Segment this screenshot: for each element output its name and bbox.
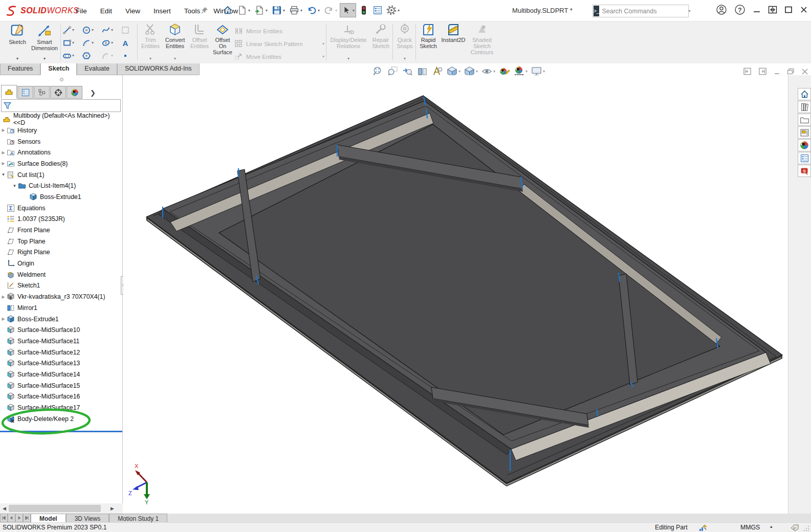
tree-item-midsurface17[interactable]: Surface-MidSurface17 <box>0 402 123 413</box>
expand-arrow[interactable]: ▶ <box>0 150 7 155</box>
tab-model[interactable]: Model <box>31 514 66 522</box>
expand-arrow[interactable]: ▶ <box>0 128 7 132</box>
tree-item-midsurface10[interactable]: Surface-MidSurface10 <box>0 324 123 336</box>
save-button[interactable]: ▾ <box>270 3 287 17</box>
menu-edit[interactable]: Edit <box>96 6 116 16</box>
restore-pane-icon[interactable] <box>787 68 795 75</box>
more-tabs-icon[interactable]: ❯ <box>90 89 96 99</box>
point-tool[interactable] <box>121 49 135 62</box>
print-button[interactable]: ▾ <box>288 3 304 17</box>
new-document-button[interactable]: ▾ <box>235 3 252 17</box>
undo-button[interactable]: ▾ <box>305 3 321 17</box>
home-tab-button[interactable] <box>798 88 811 100</box>
tree-item-boss-extrude1-child[interactable]: Boss-Extrude1 <box>0 191 123 203</box>
tree-item-equations[interactable]: Equations <box>0 203 123 214</box>
first-tab-icon[interactable] <box>0 514 8 522</box>
home-button[interactable] <box>221 3 234 17</box>
repair-sketch-button[interactable]: Repair Sketch <box>369 23 392 62</box>
tree-item-vkr-profile[interactable]: ▶Vkr-kvadratiska_r3 70X70X4(1) <box>0 291 123 302</box>
tree-item-midsurface11[interactable]: Surface-MidSurface11 <box>0 336 123 347</box>
offset-on-surface-button[interactable]: Offset On Surface <box>211 23 234 62</box>
sketch-button[interactable]: Sketch ▾ <box>4 23 31 62</box>
tree-horizontal-scrollbar[interactable]: ◀ ▶ <box>0 503 123 514</box>
circle-tool[interactable]: ▾ <box>82 24 101 36</box>
tree-item-midsurface14[interactable]: Surface-MidSurface14 <box>0 369 123 380</box>
file-explorer-button[interactable] <box>798 114 811 126</box>
tree-item-mirror1[interactable]: Mirror1 <box>0 302 123 314</box>
tab-property-manager[interactable] <box>17 86 33 99</box>
display-delete-relations-button[interactable]: Display/Delete Relations ▾ <box>328 23 369 62</box>
open-button[interactable]: ▾ <box>253 3 269 17</box>
tree-item-boss-extrude1[interactable]: ▶Boss-Extrude1 <box>0 314 123 325</box>
prev-tab-icon[interactable] <box>8 514 15 522</box>
menu-view[interactable]: View <box>121 6 144 16</box>
expand-arrow[interactable]: ▶ <box>0 317 7 321</box>
resize-grip[interactable] <box>803 525 810 532</box>
weldment-frame-model[interactable] <box>123 75 788 514</box>
scrollbar-thumb[interactable] <box>9 505 101 512</box>
tree-item-cut-list[interactable]: ▼Cut list(1) <box>0 169 123 181</box>
spline-tool[interactable]: ▾ <box>101 24 121 36</box>
units-selector[interactable]: MMGS <box>740 524 760 531</box>
search-dropdown-icon[interactable]: ▾ <box>686 9 692 13</box>
tab-dimxpert-manager[interactable] <box>50 86 66 99</box>
design-library-button[interactable] <box>798 101 811 113</box>
text-tool[interactable] <box>121 36 135 49</box>
tab-features[interactable]: Features <box>0 63 40 75</box>
polygon-tool[interactable] <box>82 49 101 62</box>
tab-motion-study-1[interactable]: Motion Study 1 <box>109 514 167 522</box>
minimize-icon[interactable] <box>753 6 761 14</box>
appearances-scenes-button[interactable] <box>798 139 811 151</box>
rapid-sketch-button[interactable]: Rapid Sketch <box>418 23 439 62</box>
tab-evaluate[interactable]: Evaluate <box>77 63 117 75</box>
tree-item-midsurface12[interactable]: Surface-MidSurface12 <box>0 347 123 358</box>
solidworks-forum-button[interactable] <box>798 165 811 177</box>
expand-arrow[interactable]: ▶ <box>0 161 7 166</box>
tab-solidworks-add-ins[interactable]: SOLIDWORKS Add-Ins <box>117 63 200 75</box>
tree-item-cut-list-item4[interactable]: ▼Cut-List-Item4(1) <box>0 180 123 191</box>
line-tool[interactable]: ▾ <box>62 24 82 36</box>
move-entities-button[interactable]: Move Entities ▾ <box>234 50 324 63</box>
panel-collapse-knob[interactable] <box>60 78 63 81</box>
help-icon[interactable] <box>734 4 746 15</box>
arc-tool[interactable]: ▾ <box>82 36 101 49</box>
options-button[interactable]: ▾ <box>385 3 401 17</box>
close-icon[interactable] <box>800 6 808 14</box>
mirror-entities-button[interactable]: Mirror Entities <box>234 25 324 37</box>
expand-arrow[interactable]: ▶ <box>0 295 7 299</box>
last-tab-icon[interactable] <box>23 514 31 522</box>
smart-dimension-dropdown-icon[interactable]: ▾ <box>43 56 46 62</box>
tab-display-manager[interactable] <box>67 86 82 99</box>
select-tool-button[interactable]: ▾ <box>340 3 356 17</box>
tree-item-sensors[interactable]: Sensors <box>0 136 123 147</box>
custom-properties-tag-icon[interactable] <box>791 524 799 531</box>
sketch-picture-tool[interactable] <box>121 24 135 36</box>
convert-entities-button[interactable]: Convert Entities ▾ <box>162 23 188 62</box>
shaded-sketch-contours-button[interactable]: Shaded Sketch Contours <box>468 23 496 62</box>
pin-menu-icon[interactable] <box>201 6 209 14</box>
rollback-bar[interactable] <box>0 431 122 432</box>
tree-item-top-plane[interactable]: Top Plane <box>0 236 123 247</box>
instant2d-button[interactable]: Instant2D <box>439 23 468 62</box>
fillet-tool[interactable]: ▾ <box>101 49 121 62</box>
tree-filter-bar[interactable] <box>1 99 121 112</box>
tree-item-origin[interactable]: Origin <box>0 258 123 269</box>
tree-item-history[interactable]: ▶History <box>0 125 123 136</box>
minimize-pane-icon[interactable] <box>774 68 780 75</box>
rectangle-tool[interactable]: ▾ <box>62 36 82 49</box>
next-pane-icon[interactable] <box>758 67 767 76</box>
file-properties-button[interactable] <box>371 4 384 17</box>
tree-item-midsurface13[interactable]: Surface-MidSurface13 <box>0 358 123 369</box>
expand-arrow[interactable]: ▼ <box>11 184 18 188</box>
units-dropdown-icon[interactable]: ▴ <box>770 524 773 529</box>
scroll-right-icon[interactable]: ▶ <box>108 506 117 511</box>
tree-item-sketch1[interactable]: Sketch1 <box>0 280 123 292</box>
maximize-icon[interactable] <box>784 6 793 14</box>
tree-item-annotations[interactable]: ▶Annotations <box>0 147 123 158</box>
menu-insert[interactable]: Insert <box>149 6 175 16</box>
graphics-viewport[interactable]: X Z Y <box>123 75 788 514</box>
custom-properties-button[interactable] <box>798 152 811 164</box>
tab-sketch[interactable]: Sketch <box>40 63 77 75</box>
offset-entities-button[interactable]: Offset Entities <box>188 23 211 62</box>
tree-root[interactable]: Multibody (Default<As Machined>) <<D <box>0 114 123 125</box>
